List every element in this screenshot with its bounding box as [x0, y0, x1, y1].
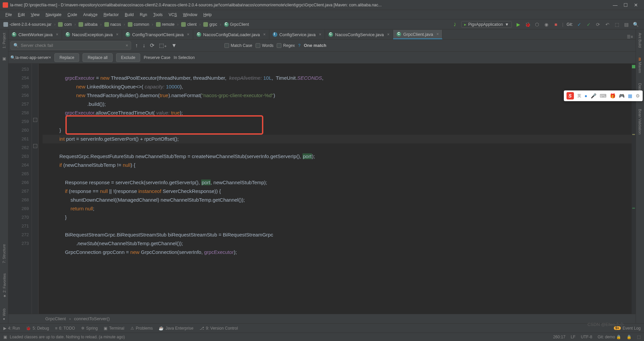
- bc-class[interactable]: GrpcClient: [223, 22, 250, 27]
- tab-nacosconfigdataloader[interactable]: NacosConfigDataLoader.java×: [193, 30, 269, 39]
- tab-grpcclient[interactable]: GrpcClient.java×: [393, 30, 442, 39]
- tab-nacosexception[interactable]: NacosException.java×: [62, 30, 122, 39]
- fold-icon[interactable]: −: [33, 118, 37, 122]
- close-icon[interactable]: ×: [319, 32, 321, 37]
- git-commit-icon[interactable]: ✓: [586, 21, 592, 27]
- git-branch[interactable]: Git: demo 🔒: [598, 335, 621, 339]
- menu-help[interactable]: Help: [201, 11, 214, 18]
- fold-icon[interactable]: −: [33, 144, 37, 148]
- menu-navigate[interactable]: Navigate: [43, 11, 64, 18]
- filter-icon[interactable]: ▼: [171, 43, 177, 49]
- toolwindow-versioncontrol[interactable]: ⎇ 9: Version Control: [200, 326, 238, 331]
- toolwindow-ant[interactable]: Ant Build: [637, 31, 643, 50]
- coverage-button[interactable]: ⬡: [534, 21, 540, 27]
- bc-pkg[interactable]: client: [180, 22, 197, 27]
- clear-icon[interactable]: ×: [125, 43, 128, 48]
- ide-settings-icon[interactable]: ▤: [623, 21, 629, 27]
- menu-tools[interactable]: Tools: [151, 11, 165, 18]
- toolwindow-todo[interactable]: ≡ 6: TODO: [55, 326, 75, 331]
- code-editor[interactable]: 2532542552562572582592602612622632642652…: [8, 64, 636, 314]
- replace-button[interactable]: Replace: [54, 53, 79, 62]
- search-input[interactable]: 🔍Server check fail×: [10, 41, 131, 50]
- toolwindow-maven[interactable]: m Maven: [637, 56, 643, 75]
- replace-input[interactable]: 🔍la-mwc-app-server×: [10, 55, 51, 60]
- prev-match-icon[interactable]: ↑: [135, 43, 139, 49]
- bc-pkg[interactable]: nacos: [104, 22, 122, 27]
- bc-pkg[interactable]: alibaba: [78, 22, 98, 27]
- search-everywhere-icon[interactable]: 🔍: [633, 21, 639, 27]
- close-icon[interactable]: ×: [56, 32, 58, 37]
- tab-nacosconfigservice[interactable]: NacosConfigService.java×: [325, 30, 393, 39]
- toolwindow-web[interactable]: ● Web: [1, 306, 7, 323]
- git-rollback-icon[interactable]: ↶: [604, 21, 610, 27]
- ime-mic-icon[interactable]: ●: [585, 93, 587, 98]
- bc-pkg[interactable]: remote: [155, 22, 175, 27]
- select-all-icon[interactable]: ⟳: [149, 42, 155, 49]
- close-icon[interactable]: ×: [116, 32, 118, 37]
- toolwindow-terminal[interactable]: ▣ Terminal: [104, 326, 124, 331]
- toolwindow-structure[interactable]: 7: Structure: [1, 242, 7, 265]
- debug-button[interactable]: 🐞: [525, 21, 531, 27]
- ime-toolbar[interactable]: S 英 ● 🎤 ⌨ 🎁 🎮 ▦ ⚙: [564, 90, 643, 101]
- toolwindow-debug[interactable]: 🐞 5: Debug: [26, 326, 49, 331]
- menu-window[interactable]: Window: [180, 11, 200, 18]
- ime-keyboard-icon[interactable]: ⌨: [600, 93, 606, 98]
- regex-checkbox[interactable]: Regex: [277, 43, 295, 48]
- toolwindow-problems[interactable]: ⚠ Problems: [130, 326, 153, 331]
- ime-gift-icon[interactable]: 🎁: [610, 93, 615, 98]
- error-stripe[interactable]: [632, 64, 636, 314]
- memory-icon[interactable]: ⬚: [637, 335, 641, 339]
- words-checkbox[interactable]: Words: [256, 43, 273, 48]
- menu-vcs[interactable]: VCS: [166, 11, 180, 18]
- replace-all-button[interactable]: Replace all: [83, 53, 112, 62]
- fold-column[interactable]: − −: [32, 64, 39, 314]
- code-content[interactable]: grpcExecutor = new ThreadPoolExecutor(th…: [39, 64, 632, 314]
- status-square-icon[interactable]: ▣: [3, 335, 7, 339]
- close-button[interactable]: ✕: [634, 2, 638, 8]
- bc-jar[interactable]: -client-2.0.4-sources.jar: [3, 22, 52, 27]
- toolwindow-beanvalidation[interactable]: Bean Validation: [637, 107, 643, 136]
- close-icon[interactable]: ×: [263, 32, 266, 37]
- ime-lang[interactable]: 英: [577, 93, 581, 99]
- preserve-case-checkbox[interactable]: Preserve Case: [144, 55, 170, 60]
- maximize-button[interactable]: ☐: [624, 2, 628, 8]
- toolwindow-spring[interactable]: ✲ Spring: [81, 326, 98, 331]
- git-history-icon[interactable]: ⟳: [595, 21, 601, 27]
- close-icon[interactable]: ×: [187, 32, 190, 37]
- run-config-selector[interactable]: ▸PigxAppApplication▼: [461, 21, 512, 28]
- menu-edit[interactable]: Edit: [15, 11, 28, 18]
- line-separator[interactable]: LF: [571, 335, 576, 339]
- regex-help-icon[interactable]: ?: [298, 43, 301, 48]
- crumb-method[interactable]: connectToServer(): [74, 316, 110, 321]
- close-icon[interactable]: ×: [436, 32, 439, 37]
- menu-run[interactable]: Run: [137, 11, 150, 18]
- toolwindow-project[interactable]: 1: Project: [1, 31, 7, 50]
- menu-code[interactable]: Code: [65, 11, 80, 18]
- stop-button[interactable]: ■: [553, 21, 559, 27]
- menu-file[interactable]: File: [3, 11, 14, 18]
- minimize-button[interactable]: —: [613, 2, 618, 8]
- readonly-icon[interactable]: 🔒: [627, 335, 632, 339]
- clear-icon[interactable]: ×: [49, 55, 51, 60]
- ime-game-icon[interactable]: 🎮: [619, 93, 625, 98]
- crumb-class[interactable]: GrpcClient: [45, 316, 66, 321]
- bc-pkg[interactable]: com: [57, 22, 72, 27]
- tab-configservice[interactable]: ConfigService.java×: [269, 30, 325, 39]
- ime-grid-icon[interactable]: ▦: [628, 93, 632, 98]
- add-selection-icon[interactable]: ⬚₊: [158, 42, 167, 49]
- match-case-checkbox[interactable]: Match Case: [224, 43, 252, 48]
- bc-pkg[interactable]: common: [127, 22, 150, 27]
- menu-build[interactable]: Build: [122, 11, 137, 18]
- caret-position[interactable]: 260:17: [553, 335, 566, 339]
- toolwindow-run[interactable]: ▶ 4: Run: [3, 326, 20, 331]
- tab-clientworker[interactable]: ClientWorker.java×: [8, 30, 62, 39]
- exclude-button[interactable]: Exclude: [116, 53, 141, 62]
- in-selection-checkbox[interactable]: In Selection: [174, 55, 195, 60]
- next-match-icon[interactable]: ↓: [142, 43, 146, 49]
- build-icon[interactable]: ⤸: [452, 21, 458, 27]
- menu-view[interactable]: View: [28, 11, 42, 18]
- tab-list-icon[interactable]: ☰≡: [624, 35, 636, 39]
- close-icon[interactable]: ×: [387, 32, 389, 37]
- run-button[interactable]: ▶: [515, 21, 521, 27]
- git-push-icon[interactable]: ⬚: [614, 21, 620, 27]
